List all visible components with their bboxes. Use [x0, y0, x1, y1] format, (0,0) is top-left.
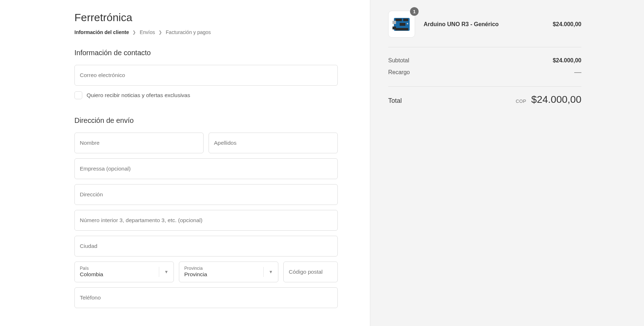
country-select[interactable]: País Colombia ▼: [74, 262, 174, 282]
address2-field[interactable]: [74, 210, 338, 231]
email-field[interactable]: [74, 65, 338, 86]
chevron-right-icon: ❯: [158, 30, 162, 35]
first-name-field[interactable]: [74, 133, 204, 153]
cart-line-item: 1 Arduino UNO R3 - Genérico $24.000,00: [388, 11, 581, 47]
postal-code-field[interactable]: [283, 262, 338, 282]
province-select[interactable]: Provincia Provincia ▼: [179, 262, 278, 282]
product-price: $24.000,00: [553, 21, 581, 28]
svg-point-7: [407, 23, 408, 24]
select-divider: [159, 267, 159, 277]
province-label: Provincia: [184, 266, 207, 271]
city-field[interactable]: [74, 236, 338, 257]
svg-rect-1: [395, 19, 402, 21]
breadcrumb: Información del cliente ❯ Envíos ❯ Factu…: [74, 29, 338, 35]
quantity-badge: 1: [410, 7, 419, 16]
last-name-field[interactable]: [209, 133, 338, 153]
surcharge-value: —: [574, 68, 581, 76]
svg-rect-2: [403, 19, 408, 21]
select-divider: [263, 267, 264, 277]
svg-rect-6: [400, 23, 405, 26]
newsletter-checkbox[interactable]: [74, 91, 82, 99]
total-amount: $24.000,00: [531, 94, 581, 105]
province-value: Provincia: [184, 271, 207, 278]
address-field[interactable]: [74, 184, 338, 205]
chevron-right-icon: ❯: [132, 30, 136, 35]
currency-code: COP: [516, 99, 526, 104]
store-name: Ferretrónica: [74, 11, 338, 24]
svg-rect-3: [395, 28, 408, 30]
newsletter-label: Quiero recibir noticias y ofertas exclus…: [87, 92, 190, 99]
country-label: País: [80, 266, 103, 271]
breadcrumb-step-client[interactable]: Información del cliente: [74, 29, 129, 35]
contact-heading: Información de contacto: [74, 49, 338, 57]
subtotal-value: $24.000,00: [553, 57, 581, 64]
phone-field[interactable]: [74, 287, 338, 308]
product-thumbnail: [388, 11, 415, 38]
surcharge-label: Recargo: [388, 69, 410, 76]
svg-rect-4: [392, 21, 396, 24]
caret-down-icon: ▼: [269, 269, 273, 274]
arduino-board-icon: [392, 16, 412, 33]
product-name: Arduino UNO R3 - Genérico: [424, 21, 544, 28]
shipping-heading: Dirección de envío: [74, 116, 338, 125]
breadcrumb-step-shipping: Envíos: [140, 29, 155, 35]
country-value: Colombia: [80, 271, 103, 278]
total-label: Total: [388, 97, 402, 105]
svg-rect-5: [392, 27, 396, 29]
company-field[interactable]: [74, 158, 338, 179]
breadcrumb-step-payment: Facturación y pagos: [166, 29, 211, 35]
caret-down-icon: ▼: [164, 269, 169, 274]
subtotal-label: Subtotal: [388, 57, 409, 64]
